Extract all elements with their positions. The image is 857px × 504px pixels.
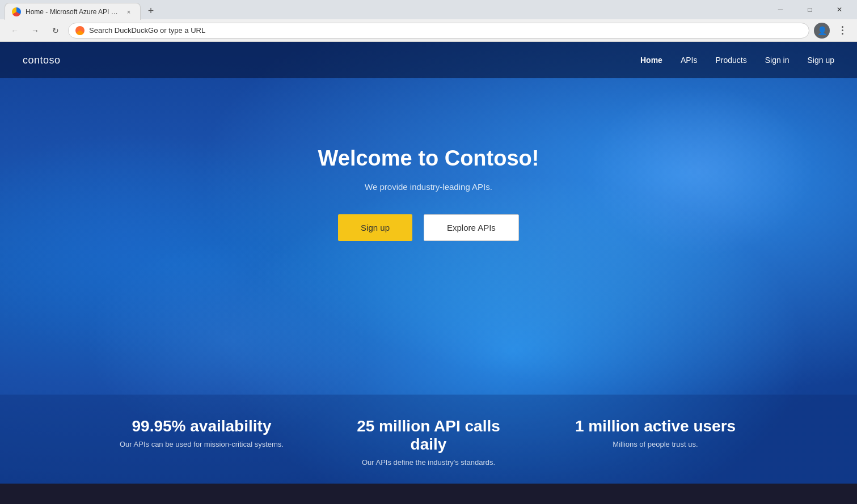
site-nav: contoso Home APIs Products Sign in Sign … bbox=[0, 42, 857, 78]
signup-button[interactable]: Sign up bbox=[338, 214, 412, 241]
browser-menu-button[interactable] bbox=[834, 23, 850, 39]
reload-button[interactable]: ↻ bbox=[48, 23, 64, 39]
hero-buttons: Sign up Explore APIs bbox=[338, 214, 519, 241]
nav-link-signin[interactable]: Sign in bbox=[765, 56, 790, 65]
stat-desc-active-users: Millions of people trust us. bbox=[565, 440, 746, 448]
close-button[interactable]: ✕ bbox=[826, 0, 852, 19]
profile-button[interactable]: 👤 bbox=[814, 23, 830, 39]
hero-title: Welcome to Contoso! bbox=[318, 146, 539, 171]
nav-links: Home APIs Products Sign in Sign up bbox=[640, 56, 834, 65]
tab-favicon-icon bbox=[12, 7, 21, 16]
nav-link-apis[interactable]: APIs bbox=[681, 56, 698, 65]
window-controls: ─ □ ✕ bbox=[767, 0, 852, 19]
back-button[interactable]: ← bbox=[7, 23, 23, 39]
url-favicon-icon bbox=[75, 26, 85, 35]
address-bar: ← → ↻ Search DuckDuckGo or type a URL 👤 bbox=[0, 19, 857, 42]
menu-dot-1 bbox=[842, 26, 843, 28]
stat-value-availability: 99.95% availability bbox=[111, 417, 293, 435]
stat-desc-availability: Our APIs can be used for mission-critica… bbox=[111, 440, 293, 448]
stat-item-api-calls: 25 million API calls daily Our APIs defi… bbox=[315, 417, 542, 467]
title-bar: Home - Microsoft Azure API Mar × + ─ □ ✕ bbox=[0, 0, 857, 19]
stat-desc-api-calls: Our APIs define the industry's standards… bbox=[338, 458, 520, 467]
tab-close-button[interactable]: × bbox=[124, 7, 133, 16]
browser-chrome: Home - Microsoft Azure API Mar × + ─ □ ✕… bbox=[0, 0, 857, 42]
minimize-button[interactable]: ─ bbox=[767, 0, 793, 19]
hero-subtitle: We provide industry-leading APIs. bbox=[365, 182, 492, 192]
website-content: contoso Home APIs Products Sign in Sign … bbox=[0, 42, 857, 484]
hero-section: Welcome to Contoso! We provide industry-… bbox=[0, 78, 857, 275]
stat-value-api-calls: 25 million API calls daily bbox=[338, 417, 520, 454]
url-display-text: Search DuckDuckGo or type a URL bbox=[89, 26, 802, 35]
new-tab-button[interactable]: + bbox=[143, 3, 159, 19]
tab-title: Home - Microsoft Azure API Mar bbox=[26, 8, 120, 16]
stat-item-availability: 99.95% availability Our APIs can be used… bbox=[88, 417, 315, 467]
browser-tab[interactable]: Home - Microsoft Azure API Mar × bbox=[5, 3, 141, 20]
stat-item-active-users: 1 million active users Millions of peopl… bbox=[542, 417, 769, 467]
forward-button[interactable]: → bbox=[27, 23, 43, 39]
stat-value-active-users: 1 million active users bbox=[565, 417, 746, 435]
menu-dot-3 bbox=[842, 33, 843, 35]
nav-link-home[interactable]: Home bbox=[640, 56, 662, 65]
nav-link-signup[interactable]: Sign up bbox=[808, 56, 834, 65]
maximize-button[interactable]: □ bbox=[797, 0, 823, 19]
nav-link-products[interactable]: Products bbox=[715, 56, 746, 65]
explore-apis-button[interactable]: Explore APIs bbox=[424, 214, 519, 241]
site-logo: contoso bbox=[23, 54, 61, 66]
menu-dot-2 bbox=[842, 29, 843, 31]
url-input-bar[interactable]: Search DuckDuckGo or type a URL bbox=[68, 23, 809, 39]
stats-section: 99.95% availability Our APIs can be used… bbox=[0, 395, 857, 484]
